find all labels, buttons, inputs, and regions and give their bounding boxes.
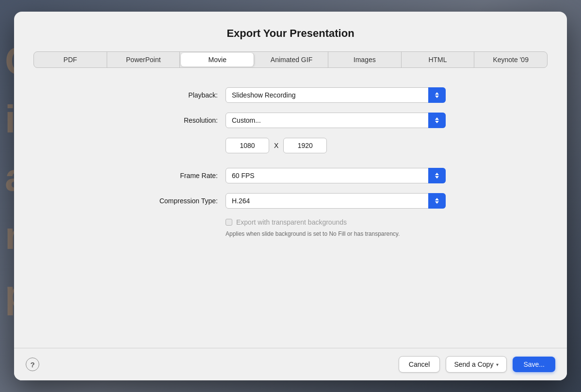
- compression-row: Compression Type: H.264: [135, 193, 446, 209]
- transparent-bg-hint: Applies when slide background is set to …: [226, 230, 400, 237]
- save-button[interactable]: Save...: [513, 357, 555, 372]
- transparent-bg-label: Export with transparent backgrounds: [236, 218, 347, 226]
- playback-select-wrapper: Slideshow Recording: [226, 87, 446, 103]
- playback-row: Playback: Slideshow Recording: [135, 87, 446, 103]
- resolution-x-separator: X: [274, 142, 278, 149]
- frame-rate-row: Frame Rate: 60 FPS: [135, 168, 446, 183]
- help-button[interactable]: ?: [26, 358, 39, 371]
- dialog-footer: ? Cancel Send a Copy ▾ Save...: [14, 348, 567, 380]
- tab-animated-gif[interactable]: Animated GIF: [255, 52, 328, 67]
- frame-rate-select-wrapper: 60 FPS: [226, 168, 446, 183]
- resolution-dimensions-row: X: [135, 138, 446, 153]
- form-area: Playback: Slideshow Recording Resolution…: [33, 87, 548, 238]
- transparent-bg-checkbox[interactable]: [226, 219, 232, 226]
- cancel-button[interactable]: Cancel: [399, 356, 440, 373]
- transparent-bg-hint-row: Applies when slide background is set to …: [226, 229, 446, 238]
- tab-pdf[interactable]: PDF: [34, 52, 107, 67]
- dialog-body: Export Your Presentation PDF PowerPoint …: [14, 12, 567, 348]
- tabs-bar: PDF PowerPoint Movie Animated GIF Images…: [33, 51, 548, 68]
- tab-keynote09[interactable]: Keynote '09: [474, 52, 547, 67]
- export-dialog: Export Your Presentation PDF PowerPoint …: [14, 12, 567, 380]
- transparent-bg-section: Export with transparent backgrounds Appl…: [135, 218, 446, 238]
- tab-images[interactable]: Images: [328, 52, 402, 67]
- footer-actions: Cancel Send a Copy ▾ Save...: [399, 356, 555, 373]
- tab-powerpoint[interactable]: PowerPoint: [107, 52, 180, 67]
- resolution-select-wrapper: Custom...: [226, 113, 446, 128]
- send-copy-chevron-icon: ▾: [496, 362, 499, 367]
- dialog-title: Export Your Presentation: [33, 27, 548, 40]
- playback-label: Playback:: [135, 91, 218, 99]
- frame-rate-label: Frame Rate:: [135, 172, 218, 180]
- resolution-label: Resolution:: [135, 116, 218, 124]
- tab-movie[interactable]: Movie: [181, 53, 254, 66]
- compression-select-wrapper: H.264: [226, 193, 446, 209]
- compression-select[interactable]: H.264: [226, 193, 446, 209]
- send-copy-button[interactable]: Send a Copy ▾: [446, 356, 507, 373]
- frame-rate-select[interactable]: 60 FPS: [226, 168, 446, 183]
- tab-html[interactable]: HTML: [402, 52, 475, 67]
- send-copy-label: Send a Copy: [454, 360, 493, 368]
- resolution-height-input[interactable]: [283, 138, 327, 153]
- playback-select[interactable]: Slideshow Recording: [226, 87, 446, 103]
- resolution-select[interactable]: Custom...: [226, 113, 446, 128]
- resolution-row: Resolution: Custom...: [135, 113, 446, 128]
- compression-label: Compression Type:: [135, 197, 218, 205]
- resolution-width-input[interactable]: [226, 138, 269, 153]
- resolution-inputs: X: [226, 138, 327, 153]
- transparent-bg-row: Export with transparent backgrounds: [226, 218, 446, 226]
